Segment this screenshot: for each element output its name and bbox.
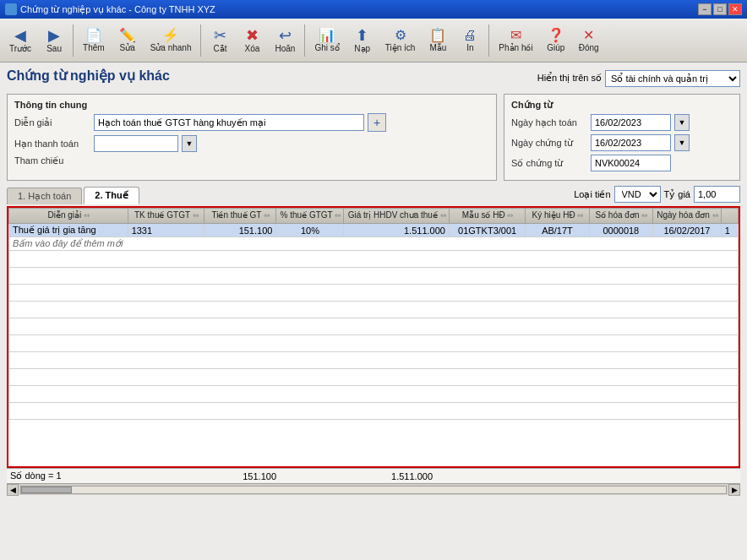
toolbar-add[interactable]: 📄 Thêm	[77, 26, 111, 55]
chungtu-title: Chứng từ	[511, 100, 733, 111]
window-title: Chứng từ nghiệp vụ khác - Công ty TNHH X…	[20, 4, 215, 15]
toolbar-sep-3	[304, 24, 305, 57]
empty-row	[9, 268, 739, 285]
empty-row	[9, 369, 739, 386]
col-resize-1[interactable]: ⇔	[84, 211, 89, 221]
thongtin-title: Thông tin chung	[14, 100, 489, 110]
back-icon: ◀	[14, 28, 26, 43]
toolbar-delete-label: Xóa	[245, 44, 260, 53]
so-chung-tu-input[interactable]	[591, 155, 671, 171]
toolbar-edit-label: Sửa	[120, 43, 135, 52]
table-row[interactable]: Thuế giá trị gia tăng 1331 151.100 10% 1…	[9, 224, 739, 237]
add-icon: 📄	[85, 29, 102, 42]
minimize-button[interactable]: −	[698, 3, 712, 15]
hscroll-thumb[interactable]	[21, 487, 72, 493]
toolbar-sep-4	[488, 24, 489, 57]
col-resize-9[interactable]: ⇔	[712, 211, 717, 221]
hscroll-track[interactable]	[20, 486, 727, 494]
col-resize-7[interactable]: ⇔	[577, 211, 582, 221]
toolbar-sep-2	[200, 24, 201, 57]
footer-totals: Số dòng = 1 151.100 1.511.000	[7, 468, 740, 483]
tab-hachtoan[interactable]: 1. Hạch toán	[7, 188, 82, 204]
cell-ngay-hoa-don[interactable]: 16/02/2017	[652, 224, 721, 237]
toolbar-close[interactable]: ✕ Đóng	[573, 26, 605, 55]
add-row[interactable]: Bấm vào đây để thêm mới	[9, 237, 739, 251]
content-area: Chứng từ nghiệp vụ khác Hiển thị trên số…	[0, 63, 747, 560]
col-header-pct-thue: % thuế GTGT ⇔	[276, 209, 344, 224]
toolbar-post-label: Ghi sổ	[314, 43, 339, 52]
horizontal-scrollbar[interactable]: ◀ ▶	[7, 483, 740, 495]
empty-row	[9, 352, 739, 369]
tygiai-input[interactable]	[694, 186, 740, 203]
toolbar-load-label: Nạp	[354, 44, 370, 53]
col-header-dien-giai: Diễn giải ⇔	[9, 209, 128, 224]
toolbar-quickedit[interactable]: ⚡ Sửa nhanh	[144, 26, 198, 55]
toolbar-template-label: Mẫu	[429, 43, 446, 52]
hscroll-left-btn[interactable]: ◀	[7, 484, 19, 496]
toolbar-template[interactable]: 📋 Mẫu	[423, 26, 453, 55]
titlebar-close-button[interactable]: ✕	[728, 3, 742, 15]
ngay-chung-tu-label: Ngày chứng từ	[511, 138, 587, 149]
add-row-label[interactable]: Bấm vào đây để thêm mới	[9, 237, 739, 251]
hienthi-select[interactable]: Sổ tài chính và quản trị	[605, 70, 740, 87]
toolbar-edit[interactable]: ✏️ Sửa	[112, 26, 143, 55]
toolbar-load[interactable]: ⬆ Nạp	[347, 25, 378, 56]
tham-chieu-row: Tham chiếu	[14, 155, 489, 166]
post-icon: 📊	[319, 29, 335, 42]
toolbar-cut[interactable]: ✂ Cắt	[204, 25, 235, 56]
loaitien-select[interactable]: VND	[614, 186, 661, 203]
cell-tien-thue[interactable]: 151.100	[204, 224, 276, 237]
cell-dien-giai[interactable]: Thuế giá trị gia tăng	[9, 224, 128, 237]
cell-pct-thue[interactable]: 10%	[276, 224, 344, 237]
hscroll-right-btn[interactable]: ▶	[728, 484, 740, 496]
cell-so-hoa-don[interactable]: 0000018	[589, 224, 652, 237]
cell-mau-so[interactable]: 01GTKT3/001	[449, 224, 525, 237]
toolbar-post[interactable]: 📊 Ghi sổ	[308, 26, 345, 55]
toolbar-undo[interactable]: ↩ Hoãn	[269, 25, 301, 56]
ngay-chung-tu-input[interactable]	[591, 134, 671, 151]
cell-tk-thue[interactable]: 1331	[128, 224, 204, 237]
cell-extra: 1	[721, 224, 738, 237]
toolbar-sep-1	[73, 24, 74, 57]
toolbar-print[interactable]: 🖨 In	[455, 26, 485, 55]
feedback-icon: ✉	[510, 29, 521, 42]
col-header-so-hoa-don: Số hóa đơn ⇔	[589, 209, 652, 224]
toolbar-forward-label: Sau	[46, 44, 62, 53]
dien-giai-label: Diễn giải	[14, 117, 90, 128]
add-record-button[interactable]: +	[368, 113, 386, 132]
top-section: Thông tin chung Diễn giải + Hạn thanh to…	[7, 94, 740, 181]
han-thanh-toan-row: Hạn thanh toán ▼	[14, 135, 489, 152]
col-resize-5[interactable]: ⇔	[440, 211, 445, 221]
ngay-hach-toan-row: Ngày hạch toán ▼	[511, 114, 733, 131]
ngay-hach-toan-input[interactable]	[591, 114, 671, 131]
toolbar-delete[interactable]: ✖ Xóa	[237, 25, 267, 56]
cell-ky-hieu[interactable]: AB/17T	[526, 224, 589, 237]
toolbar-utilities[interactable]: ⚙ Tiện ích	[379, 26, 422, 55]
col-resize-3[interactable]: ⇔	[264, 211, 269, 221]
dien-giai-input[interactable]	[94, 114, 364, 131]
close-toolbar-icon: ✕	[583, 29, 594, 42]
ngay-chung-tu-arrow[interactable]: ▼	[674, 134, 690, 151]
toolbar-back[interactable]: ◀ Trước	[3, 25, 37, 56]
col-resize-8[interactable]: ⇔	[641, 211, 646, 221]
han-thanh-toan-input[interactable]	[94, 135, 178, 152]
col-header-tk-thue: TK thuế GTGT ⇔	[128, 209, 204, 224]
han-thanh-toan-arrow[interactable]: ▼	[182, 135, 197, 152]
col-resize-4[interactable]: ⇔	[335, 211, 340, 221]
tien-thue-total: 151.100	[204, 471, 276, 481]
quickedit-icon: ⚡	[162, 29, 179, 42]
tab-thue[interactable]: 2. Thuế	[84, 187, 139, 204]
toolbar-help[interactable]: ❓ Giúp	[541, 26, 571, 55]
maximize-button[interactable]: □	[713, 3, 727, 15]
toolbar-back-label: Trước	[9, 44, 31, 53]
toolbar-forward[interactable]: ▶ Sau	[39, 25, 69, 56]
toolbar-feedback[interactable]: ✉ Phản hồi	[493, 26, 538, 55]
toolbar-cut-label: Cắt	[213, 44, 226, 53]
col-resize-6[interactable]: ⇔	[507, 211, 512, 221]
col-resize-2[interactable]: ⇔	[193, 211, 198, 221]
tham-chieu-label: Tham chiếu	[14, 155, 90, 166]
data-table-container: Diễn giải ⇔ TK thuế GTGT ⇔ Tiền thuế GT …	[7, 206, 740, 468]
ngay-hach-toan-arrow[interactable]: ▼	[674, 114, 690, 131]
page-title: Chứng từ nghiệp vụ khác	[7, 68, 170, 84]
cell-gia-tri[interactable]: 1.511.000	[344, 224, 449, 237]
